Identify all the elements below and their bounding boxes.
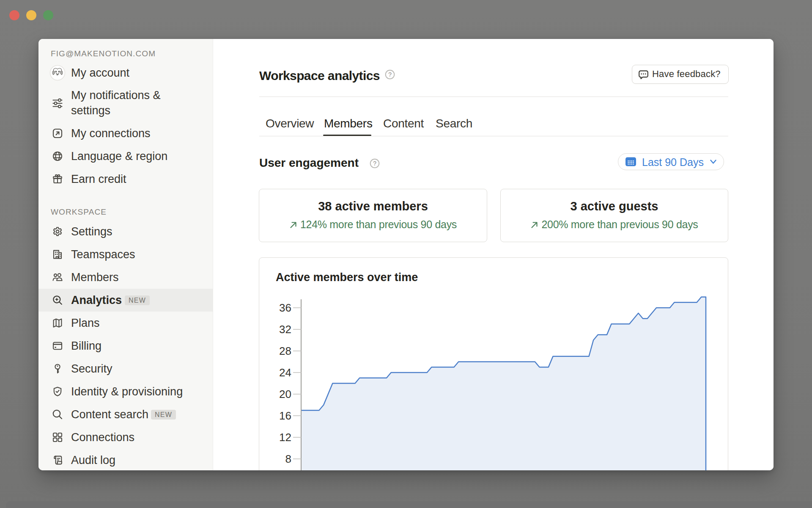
svg-text:12: 12 <box>279 431 291 444</box>
svg-text:?: ? <box>373 160 376 167</box>
svg-text:28: 28 <box>279 345 291 357</box>
svg-text:24: 24 <box>279 366 291 379</box>
svg-text:?: ? <box>388 71 392 78</box>
svg-text:32: 32 <box>279 323 291 336</box>
svg-text:16: 16 <box>279 409 291 422</box>
svg-text:20: 20 <box>279 388 291 400</box>
svg-text:36: 36 <box>279 301 291 314</box>
svg-text:8: 8 <box>285 453 291 465</box>
